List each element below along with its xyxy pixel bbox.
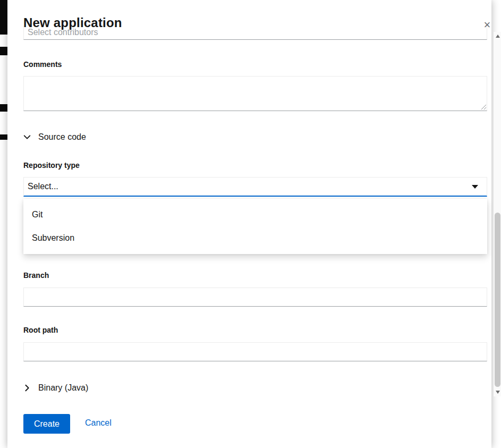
- scrollbar-thumb[interactable]: [495, 213, 500, 387]
- branch-label: Branch: [23, 271, 49, 280]
- menu-item-subversion[interactable]: Subversion: [23, 226, 487, 250]
- binary-java-section-label: Binary (Java): [38, 383, 88, 393]
- root-path-input[interactable]: [23, 342, 487, 361]
- comments-label: Comments: [23, 60, 62, 69]
- modal-title: New application: [23, 15, 122, 31]
- close-icon[interactable]: ×: [479, 17, 495, 33]
- background-fragment: [0, 134, 7, 140]
- background-fragment: [0, 104, 7, 112]
- repository-type-label: Repository type: [23, 160, 80, 170]
- chevron-right-icon: [23, 384, 33, 392]
- comments-textarea[interactable]: [23, 76, 487, 111]
- background-fragment: [0, 47, 7, 55]
- repository-type-select[interactable]: Select...: [23, 177, 487, 197]
- scrollbar-up-arrow-icon[interactable]: [494, 32, 501, 40]
- chevron-down-icon: [23, 133, 33, 141]
- scrollbar-track[interactable]: [493, 32, 501, 396]
- backdrop-strip: [0, 0, 7, 448]
- binary-java-section-toggle[interactable]: Binary (Java): [23, 381, 88, 395]
- repository-type-menu: Git Subversion: [23, 199, 487, 254]
- create-button[interactable]: Create: [23, 414, 70, 434]
- source-code-section-label: Source code: [38, 132, 86, 142]
- repository-type-selected-value: Select...: [24, 182, 472, 191]
- new-application-modal: New application × Comments Source code R…: [7, 0, 491, 448]
- source-code-section-toggle[interactable]: Source code: [23, 130, 86, 144]
- background-fragment: [0, 0, 7, 35]
- scrollbar-down-arrow-icon[interactable]: [494, 388, 501, 396]
- caret-down-icon: [472, 185, 478, 189]
- branch-input[interactable]: [23, 288, 487, 307]
- root-path-label: Root path: [23, 325, 58, 335]
- menu-item-git[interactable]: Git: [23, 203, 487, 226]
- cancel-button[interactable]: Cancel: [85, 418, 112, 428]
- app-root: New application × Comments Source code R…: [0, 0, 501, 448]
